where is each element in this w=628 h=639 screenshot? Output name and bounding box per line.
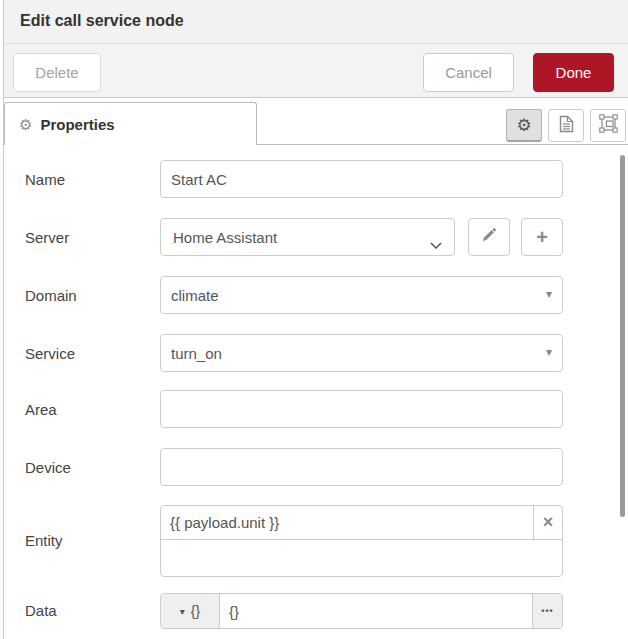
chevron-down-icon: [430, 235, 442, 252]
remove-entity-button[interactable]: ×: [533, 506, 562, 539]
gear-icon: ⚙: [19, 117, 32, 132]
data-label: Data: [25, 602, 57, 619]
done-button[interactable]: Done: [533, 53, 614, 92]
vertical-scrollbar-thumb[interactable]: [620, 155, 625, 517]
ellipsis-icon: •••: [541, 606, 553, 616]
edit-node-dialog: Edit call service node Delete Cancel Don…: [0, 0, 628, 639]
entity-label: Entity: [25, 532, 63, 549]
tab-properties-label: Properties: [40, 116, 114, 133]
triangle-down-icon[interactable]: ▾: [546, 346, 552, 358]
data-value[interactable]: {}: [220, 594, 532, 628]
close-icon: ×: [543, 512, 554, 533]
add-server-button[interactable]: +: [521, 218, 563, 256]
entity-list: {{ payload.unit }} ×: [160, 505, 563, 577]
delete-button[interactable]: Delete: [13, 53, 101, 92]
name-label: Name: [25, 171, 65, 188]
edit-server-button[interactable]: [468, 218, 510, 256]
server-select-value: Home Assistant: [173, 229, 277, 246]
pencil-icon: [481, 227, 497, 247]
service-input[interactable]: [160, 334, 563, 372]
document-icon: [559, 115, 574, 137]
dialog-titlebar: Edit call service node: [4, 0, 628, 44]
service-combobox: ▾: [160, 334, 563, 372]
name-input[interactable]: [160, 160, 563, 198]
properties-view-button[interactable]: ⚙: [506, 109, 542, 142]
cancel-button[interactable]: Cancel: [423, 53, 514, 92]
appearance-frame-icon: [599, 114, 618, 137]
json-type-icon: {}: [191, 603, 200, 619]
area-label: Area: [25, 401, 57, 418]
plus-icon: +: [536, 226, 548, 249]
domain-label: Domain: [25, 287, 77, 304]
triangle-down-icon[interactable]: ▾: [546, 288, 552, 300]
triangle-down-icon: ▾: [180, 606, 185, 617]
gear-icon: ⚙: [516, 117, 531, 134]
device-input[interactable]: [160, 448, 563, 486]
server-label: Server: [25, 229, 69, 246]
domain-input[interactable]: [160, 276, 563, 314]
description-view-button[interactable]: [548, 109, 584, 142]
server-select[interactable]: Home Assistant: [160, 218, 455, 256]
appearance-view-button[interactable]: [590, 109, 626, 142]
data-typed-input: ▾ {} {} •••: [160, 593, 563, 629]
device-label: Device: [25, 459, 71, 476]
service-label: Service: [25, 345, 75, 362]
area-input[interactable]: [160, 390, 563, 428]
data-type-button[interactable]: ▾ {}: [161, 594, 220, 628]
expand-editor-button[interactable]: •••: [532, 594, 562, 628]
tab-properties[interactable]: ⚙ Properties: [4, 102, 257, 145]
domain-combobox: ▾: [160, 276, 563, 314]
entity-value[interactable]: {{ payload.unit }}: [161, 506, 533, 539]
dialog-title: Edit call service node: [20, 12, 184, 30]
entity-list-item[interactable]: {{ payload.unit }} ×: [161, 506, 562, 540]
